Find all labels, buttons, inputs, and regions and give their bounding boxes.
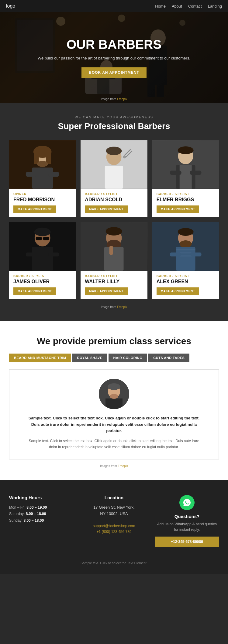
barber-photo-adrian bbox=[81, 140, 147, 189]
alex-role: BARBER / STYLIST bbox=[157, 274, 215, 278]
svg-rect-45 bbox=[49, 253, 59, 256]
adrian-appointment-button[interactable]: MAKE APPOINTMENT bbox=[85, 205, 128, 213]
elmer-role: BARBER / STYLIST bbox=[157, 192, 215, 196]
hero-credit-link[interactable]: Freepik bbox=[117, 97, 127, 101]
footer-address: 17 Green St, New York, NY 10002, USA sup… bbox=[82, 504, 146, 535]
footer: Working Hours Mon – Fri: 8.00 – 19.00 Sa… bbox=[0, 480, 228, 574]
svg-rect-57 bbox=[176, 249, 195, 250]
barber-photo-james bbox=[9, 222, 76, 271]
hero-credit-text: Image from bbox=[101, 97, 117, 101]
fred-name: FRED MORRISON bbox=[13, 197, 71, 202]
services-credit: Images from Freepik bbox=[9, 464, 219, 468]
barber-card-adrian: BARBER / STYLIST ADRIAN SCOLD MAKE APPOI… bbox=[81, 140, 147, 217]
whatsapp-icon bbox=[179, 495, 195, 510]
footer-address-line1: 17 Green St, New York, bbox=[82, 504, 146, 511]
tab-shave[interactable]: ROYAL SHAVE bbox=[72, 354, 107, 362]
svg-point-49 bbox=[106, 227, 122, 236]
elmer-illustration bbox=[152, 140, 219, 189]
svg-point-54 bbox=[179, 240, 192, 248]
service-text-main: Sample text. Click to select the text bo… bbox=[26, 415, 202, 434]
walter-role: BARBER / STYLIST bbox=[85, 274, 143, 278]
barber-card-walter: BARBER / STYLIST WALTER LILLY MAKE APPOI… bbox=[81, 222, 147, 299]
hours-monFri-day: Mon – Fri: bbox=[9, 505, 26, 510]
svg-rect-39 bbox=[36, 237, 42, 240]
alex-name: ALEX GREEN bbox=[157, 279, 215, 284]
hero-subtitle: We build our passion for the art of barb… bbox=[38, 55, 190, 61]
service-avatar bbox=[99, 379, 129, 409]
james-info: BARBER / STYLIST JAMES OLIVER MAKE APPOI… bbox=[9, 271, 76, 299]
hours-sunday-time: 8.00 – 18.00 bbox=[23, 518, 44, 523]
walter-name: WALTER LILLY bbox=[85, 279, 143, 284]
tab-coloring[interactable]: HAIR COLORING bbox=[109, 354, 147, 362]
barber-photo-walter bbox=[81, 222, 147, 271]
fred-illustration bbox=[9, 140, 76, 189]
hours-saturday: Saturday: 8.00 – 18.00 bbox=[9, 511, 73, 517]
barber-photo-elmer bbox=[152, 140, 219, 189]
svg-rect-34 bbox=[179, 165, 192, 189]
nav-about[interactable]: About bbox=[172, 4, 182, 8]
barbers-title: Super Professional Barbers bbox=[9, 121, 219, 131]
hours-monFri-time: 8.00 – 19.00 bbox=[26, 505, 47, 510]
barber-photo-alex bbox=[152, 222, 219, 271]
alex-illustration bbox=[152, 222, 219, 271]
footer-bottom-text: Sample text. Click to select the Text El… bbox=[81, 561, 147, 565]
svg-point-55 bbox=[178, 228, 193, 236]
hours-sunday-day: Sunday: bbox=[9, 518, 22, 523]
james-name: JAMES OLIVER bbox=[13, 279, 71, 284]
whatsapp-button[interactable]: +12-345-678-89089 bbox=[155, 537, 219, 547]
walter-appointment-button[interactable]: MAKE APPOINTMENT bbox=[85, 287, 128, 295]
hero-credit: Image from Freepik bbox=[101, 97, 127, 101]
svg-rect-35 bbox=[170, 171, 181, 175]
elmer-appointment-button[interactable]: MAKE APPOINTMENT bbox=[157, 205, 199, 213]
services-credit-text: Images from bbox=[100, 464, 118, 468]
services-section: We provide premium class services BEARD … bbox=[0, 321, 228, 480]
nav-links: Home About Contact Landing bbox=[155, 4, 222, 8]
service-person-illustration bbox=[99, 379, 129, 409]
fred-role: OWNER bbox=[13, 192, 71, 196]
barber-photo-fred bbox=[9, 140, 76, 189]
svg-point-29 bbox=[123, 155, 126, 158]
svg-point-32 bbox=[178, 146, 193, 154]
barbers-credit-link[interactable]: Freepik bbox=[117, 305, 127, 309]
navigation: logo Home About Contact Landing bbox=[0, 0, 228, 12]
svg-point-64 bbox=[108, 383, 120, 390]
footer-phone[interactable]: +1 (800) 123 456 789 bbox=[82, 529, 146, 535]
svg-rect-56 bbox=[176, 247, 195, 271]
nav-home[interactable]: Home bbox=[155, 4, 166, 8]
footer-bottom: Sample text. Click to select the Text El… bbox=[9, 556, 219, 565]
svg-rect-43 bbox=[32, 247, 53, 271]
svg-point-19 bbox=[37, 161, 48, 167]
services-credit-link[interactable]: Freepik bbox=[118, 464, 128, 468]
svg-point-42 bbox=[34, 228, 51, 236]
footer-hours-text: Mon – Fri: 8.00 – 19.00 Saturday: 8.00 –… bbox=[9, 504, 73, 524]
nav-landing[interactable]: Landing bbox=[208, 4, 222, 8]
nav-contact[interactable]: Contact bbox=[188, 4, 202, 8]
service-content: Sample text. Click to select the text bo… bbox=[9, 369, 219, 459]
tab-beard[interactable]: BEARD AND MUSTACHE TRIM bbox=[9, 354, 71, 362]
svg-rect-21 bbox=[26, 172, 36, 177]
footer-email[interactable]: support@barbershop.com bbox=[82, 523, 146, 529]
hero-content: OUR BARBERS We build our passion for the… bbox=[32, 32, 196, 84]
fred-info: OWNER FRED MORRISON MAKE APPOINTMENT bbox=[9, 189, 76, 217]
fred-appointment-button[interactable]: MAKE APPOINTMENT bbox=[13, 205, 56, 213]
alex-info: BARBER / STYLIST ALEX GREEN MAKE APPOINT… bbox=[152, 271, 219, 299]
footer-grid: Working Hours Mon – Fri: 8.00 – 19.00 Sa… bbox=[9, 495, 219, 547]
barbers-pretitle: WE CAN MAKE YOUR AWESOMENESS bbox=[9, 115, 219, 119]
book-appointment-button[interactable]: BOOK AN APPOINTMENT bbox=[81, 67, 146, 78]
alex-appointment-button[interactable]: MAKE APPOINTMENT bbox=[157, 287, 199, 295]
hours-saturday-day: Saturday: bbox=[9, 512, 25, 516]
svg-rect-51 bbox=[109, 246, 113, 255]
footer-location: Location 17 Green St, New York, NY 10002… bbox=[82, 495, 146, 547]
svg-rect-20 bbox=[32, 168, 53, 189]
barbers-credit-text: Image from bbox=[101, 305, 117, 309]
svg-rect-26 bbox=[105, 166, 123, 189]
walter-info: BARBER / STYLIST WALTER LILLY MAKE APPOI… bbox=[81, 271, 147, 299]
adrian-role: BARBER / STYLIST bbox=[85, 192, 143, 196]
barber-card-elmer: BARBER / STYLIST ELMER BRIGGS MAKE APPOI… bbox=[152, 140, 219, 217]
barber-card-alex: BARBER / STYLIST ALEX GREEN MAKE APPOINT… bbox=[152, 222, 219, 299]
barbers-section: WE CAN MAKE YOUR AWESOMENESS Super Profe… bbox=[0, 103, 228, 321]
james-role: BARBER / STYLIST bbox=[13, 274, 71, 278]
james-appointment-button[interactable]: MAKE APPOINTMENT bbox=[13, 287, 56, 295]
barbers-grid: OWNER FRED MORRISON MAKE APPOINTMENT bbox=[9, 140, 219, 299]
tab-cuts[interactable]: CUTS AND FADES bbox=[148, 354, 189, 362]
